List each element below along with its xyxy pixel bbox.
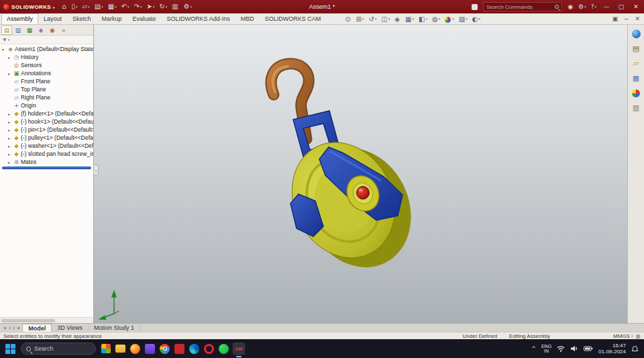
start-button[interactable] — [5, 344, 15, 354]
vlc-icon[interactable] — [145, 344, 155, 354]
tree-item[interactable]: ▱ Right Plane — [0, 93, 93, 101]
search-icon[interactable] — [555, 5, 559, 9]
view-settings-icon[interactable]: ◐▾ — [472, 15, 480, 23]
dropdown-caret-icon[interactable]: ▾ — [127, 3, 129, 10]
zoom-area-icon[interactable]: ⊞▾ — [356, 15, 364, 23]
tree-item[interactable]: ▸ ◷ History — [0, 53, 93, 61]
whatsapp-icon[interactable] — [219, 344, 229, 354]
notifications-bell-icon[interactable] — [631, 345, 639, 353]
document-tab[interactable]: Model — [22, 324, 52, 332]
expander-icon[interactable]: ▾ — [2, 47, 6, 52]
ribbon-tab[interactable]: Sketch — [67, 13, 97, 24]
doc-close-icon[interactable]: ✕ — [635, 15, 640, 22]
dropdown-caret-icon[interactable]: ▾ — [101, 3, 103, 10]
expander-icon[interactable]: ▸ — [8, 160, 12, 165]
status-tag-icon[interactable]: ▦ — [635, 333, 641, 339]
tree-item[interactable]: ▸ ◆ (-) hook<1> (Default<<Default>_ — [0, 118, 93, 126]
dropdown-caret-icon[interactable]: ▾ — [478, 15, 480, 23]
doc-minimize-icon[interactable]: − — [624, 15, 629, 22]
expander-icon[interactable]: ▸ — [8, 120, 12, 124]
dynamic-annotation-icon[interactable]: ◈ — [394, 15, 400, 23]
file-explorer-icon[interactable]: ▱ — [633, 60, 639, 68]
custom-properties-icon[interactable]: ▥ — [633, 104, 639, 112]
first-tab-icon[interactable]: « — [3, 325, 7, 331]
dropdown-caret-icon[interactable]: ▾ — [388, 15, 390, 23]
ribbon-tab[interactable]: MBD — [235, 13, 260, 24]
brand-caret-icon[interactable]: ▸ — [53, 5, 55, 9]
prev-tab-icon[interactable]: ‹ — [9, 325, 11, 331]
featuremanager-tree-tab[interactable]: ▤ — [1, 26, 12, 35]
dropdown-caret-icon[interactable]: ▾ — [115, 3, 117, 10]
dropdown-caret-icon[interactable]: ▾ — [466, 15, 468, 23]
edge-icon[interactable] — [189, 344, 199, 354]
command-search-input[interactable]: Search Commands — [483, 2, 562, 11]
dropdown-caret-icon[interactable]: ▾ — [191, 3, 193, 10]
maximize-button[interactable]: ▢ — [616, 3, 626, 10]
solidworks-icon[interactable]: SW — [233, 343, 244, 354]
ribbon-tab[interactable]: Assembly — [1, 13, 38, 24]
chrome-icon[interactable] — [160, 344, 170, 354]
scrollbar-thumb[interactable] — [1, 319, 55, 322]
panel-horizontal-scrollbar[interactable] — [0, 317, 93, 323]
redo-icon[interactable]: ↷▾ — [134, 3, 142, 10]
print-icon[interactable]: ▦▾ — [108, 3, 117, 10]
ribbon-tab[interactable]: Evaluate — [127, 13, 162, 24]
expand-tabs-chevron[interactable]: » — [58, 26, 69, 35]
adobe-icon[interactable] — [174, 344, 184, 354]
section-view-icon[interactable]: ◫▾ — [381, 15, 390, 23]
help-icon[interactable]: ?▾ — [591, 3, 596, 10]
zoom-fit-icon[interactable]: ⊙ — [345, 15, 351, 23]
previous-view-icon[interactable]: ↺▾ — [368, 15, 376, 23]
propertymanager-tab[interactable]: ▥ — [13, 26, 23, 35]
hidden-icons-chevron[interactable]: ^ — [531, 346, 536, 352]
expander-icon[interactable]: ▸ — [8, 128, 12, 132]
edit-appearance-icon[interactable]: ▾ — [445, 15, 454, 23]
units-selector[interactable]: MMGS ▾ — [613, 333, 633, 339]
view-palette-icon[interactable]: ▦ — [633, 75, 639, 83]
hide-show-items-icon[interactable]: ◍▾ — [432, 15, 440, 23]
doc-restore-icon[interactable]: ▣ — [612, 15, 618, 22]
document-tab[interactable]: Motion Study 1 — [89, 324, 140, 332]
options-icon[interactable]: ⚙▾ — [184, 3, 192, 10]
last-tab-icon[interactable]: » — [17, 325, 20, 331]
rollback-bar[interactable] — [2, 167, 91, 169]
save-icon[interactable]: ▤▾ — [95, 3, 103, 10]
battery-icon[interactable] — [584, 346, 593, 351]
language-indicator[interactable]: ENG IN — [541, 344, 551, 354]
user-account-icon[interactable]: ◉ — [568, 3, 574, 10]
expander-icon[interactable]: ▸ — [8, 111, 12, 116]
view-orientation-icon[interactable]: ▦▾ — [405, 15, 414, 23]
filter-caret-icon[interactable]: ▾ — [8, 38, 10, 42]
3dexperience-icon[interactable] — [472, 4, 478, 10]
close-button[interactable]: ✕ — [631, 3, 641, 10]
office-hub-icon[interactable] — [101, 344, 111, 353]
pulley-assembly-model[interactable] — [94, 25, 627, 323]
open-icon[interactable]: ▱▾ — [83, 3, 90, 10]
dropdown-caret-icon[interactable]: ▾ — [439, 15, 441, 23]
dropdown-caret-icon[interactable]: ▾ — [594, 3, 596, 10]
document-tab[interactable]: 3D Views — [52, 324, 89, 332]
panel-flyout-handle[interactable]: « — [94, 165, 99, 175]
tree-item[interactable]: ▸ ◆ (-) pulley<1> (Default<<Default — [0, 134, 93, 142]
dropdown-caret-icon[interactable]: ▾ — [362, 15, 364, 23]
solidworks-resources-icon[interactable] — [632, 30, 641, 38]
displaymanager-tab[interactable]: ◉ — [47, 26, 58, 35]
expander-icon[interactable]: ▸ — [8, 55, 12, 60]
dropdown-caret-icon[interactable]: ▾ — [166, 3, 168, 10]
dropdown-caret-icon[interactable]: ▾ — [412, 15, 414, 23]
dropdown-caret-icon[interactable]: ▾ — [452, 15, 454, 23]
tree-item[interactable]: ▱ Top Plane — [0, 85, 93, 93]
tree-item[interactable]: ▸ ⊚ Mates — [0, 158, 93, 166]
tree-item[interactable]: ▸ ▣ Annotations — [0, 69, 93, 77]
dropdown-caret-icon[interactable]: ▾ — [140, 3, 142, 10]
tree-item[interactable]: + Origin — [0, 101, 93, 109]
select-icon[interactable]: ➤▾ — [146, 3, 154, 10]
dropdown-caret-icon[interactable]: ▾ — [88, 3, 90, 10]
rebuild-icon[interactable]: ↻▾ — [159, 3, 167, 10]
tree-item[interactable]: ▸ ◆ (f) holder<1> (Default<<Default — [0, 109, 93, 118]
expander-icon[interactable]: ▸ — [8, 71, 12, 76]
ribbon-tab[interactable]: SOLIDWORKS CAM — [260, 13, 327, 24]
taskbar-search-input[interactable]: Search — [21, 343, 96, 355]
dropdown-caret-icon[interactable]: ▾ — [76, 3, 78, 10]
opera-icon[interactable] — [204, 344, 214, 354]
